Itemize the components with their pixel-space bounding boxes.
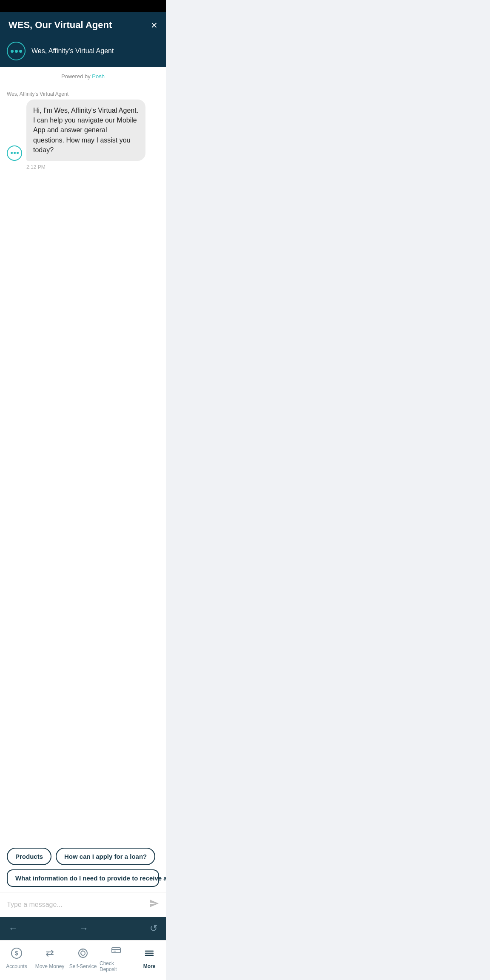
message-bubble: Hi, I'm Wes, Affinity's Virtual Agent. I…	[26, 100, 145, 161]
tab-self-service[interactable]: Self-Service	[66, 948, 100, 969]
dot-3	[19, 50, 22, 53]
refresh-button[interactable]: ↺	[150, 923, 157, 934]
message-row: Hi, I'm Wes, Affinity's Virtual Agent. I…	[7, 100, 159, 161]
quick-reply-wire[interactable]: What information do I need to provide to…	[7, 869, 159, 887]
input-area	[0, 892, 166, 917]
small-avatar	[7, 145, 22, 161]
message-sender: Wes, Affinity's Virtual Agent	[7, 91, 159, 97]
accounts-label: Accounts	[6, 963, 27, 969]
tab-accounts[interactable]: $ Accounts	[0, 948, 33, 969]
message-timestamp: 2:12 PM	[26, 164, 159, 170]
tab-move-money[interactable]: Move Money	[33, 948, 66, 969]
svg-line-5	[81, 954, 82, 954]
send-button[interactable]	[145, 898, 159, 911]
small-dots	[11, 152, 19, 154]
status-bar	[0, 0, 166, 12]
tab-more[interactable]: More	[133, 948, 166, 969]
chat-header: WES, Our Virtual Agent ×	[0, 12, 166, 37]
agent-name: Wes, Affinity's Virtual Agent	[31, 47, 114, 55]
small-dot-1	[11, 152, 13, 154]
messages-list: Wes, Affinity's Virtual Agent Hi, I'm We…	[0, 84, 166, 846]
close-button[interactable]: ×	[151, 20, 157, 31]
forward-button[interactable]: →	[79, 923, 88, 934]
quick-reply-products[interactable]: Products	[7, 848, 51, 865]
header-title: WES, Our Virtual Agent	[9, 20, 112, 31]
more-label: More	[143, 963, 156, 969]
check-deposit-icon	[111, 945, 122, 958]
small-dot-2	[14, 152, 16, 154]
powered-by-text: Powered by	[61, 73, 92, 80]
quick-replies: Products How can I apply for a loan? Wha…	[0, 846, 166, 892]
move-money-label: Move Money	[35, 963, 65, 969]
dot-1	[11, 50, 14, 53]
dot-2	[15, 50, 18, 53]
self-service-label: Self-Service	[69, 963, 97, 969]
agent-bar: Wes, Affinity's Virtual Agent	[0, 37, 166, 67]
svg-text:$: $	[15, 950, 18, 957]
back-button[interactable]: ←	[9, 923, 18, 934]
svg-rect-6	[112, 948, 120, 953]
check-deposit-label: Check Deposit	[100, 960, 133, 972]
tab-check-deposit[interactable]: Check Deposit	[100, 945, 133, 972]
agent-avatar	[7, 42, 26, 60]
self-service-icon	[77, 948, 88, 961]
browser-nav: ← → ↺	[0, 917, 166, 940]
accounts-icon: $	[11, 948, 22, 961]
chat-area: Powered by Posh Wes, Affinity's Virtual …	[0, 67, 166, 917]
powered-by-bar: Powered by Posh	[0, 67, 166, 84]
quick-reply-loan[interactable]: How can I apply for a loan?	[56, 848, 155, 865]
send-icon	[149, 898, 159, 909]
posh-link[interactable]: Posh	[92, 73, 105, 80]
more-icon	[144, 948, 155, 961]
tab-bar: $ Accounts Move Money Self-Service	[0, 940, 166, 980]
small-dot-3	[17, 152, 19, 154]
move-money-icon	[44, 948, 55, 961]
message-input[interactable]	[7, 901, 145, 909]
avatar-dots	[11, 50, 22, 53]
